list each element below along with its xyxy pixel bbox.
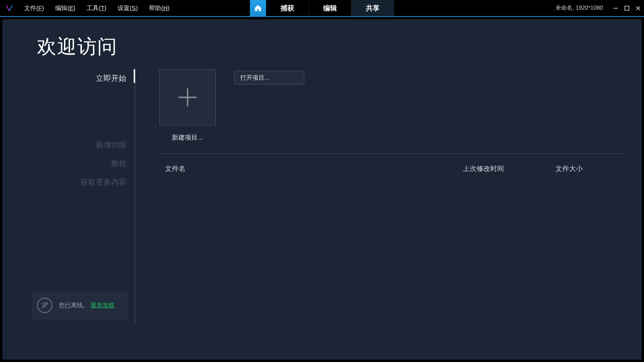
- offline-notice: 您已离线。 重新加载: [31, 291, 128, 319]
- minimize-button[interactable]: [613, 5, 618, 11]
- plus-icon: [177, 86, 198, 108]
- maximize-button[interactable]: [624, 5, 630, 11]
- wifi-off-icon: [40, 301, 49, 310]
- file-list-header: 文件名 上次修改时间 文件大小: [159, 164, 625, 173]
- recent-files: 文件名 上次修改时间 文件大小: [159, 153, 625, 173]
- menu-settings-post: ): [136, 4, 138, 11]
- app-logo: [0, 4, 19, 12]
- maximize-icon: [624, 6, 630, 11]
- menu-file-post: ): [42, 4, 44, 11]
- home-icon: [254, 4, 262, 12]
- welcome-heading: 欢迎访问: [37, 34, 642, 60]
- menu-help-hotkey: H: [163, 4, 167, 11]
- side-get-more[interactable]: 获取更多内容: [2, 173, 135, 191]
- doc-name: 未命名: [555, 4, 572, 11]
- start-row: 新建项目... 打开项目...: [159, 69, 625, 142]
- menu-settings-hotkey: S: [132, 4, 136, 11]
- menu-help-text: 帮助(: [149, 4, 163, 11]
- offline-reload-link[interactable]: 重新加载: [91, 302, 115, 309]
- file-list-separator: [159, 153, 625, 154]
- menu-edit-hotkey: E: [69, 4, 73, 11]
- tab-home[interactable]: [250, 0, 266, 16]
- tab-capture[interactable]: 捕获: [266, 0, 309, 16]
- tab-share[interactable]: 共享: [351, 0, 394, 16]
- content-area: 欢迎访问 立即开始 新增功能 教程 获取更多内容: [2, 19, 642, 360]
- side-nav: 立即开始 新增功能 教程 获取更多内容 您已离线。: [2, 69, 135, 360]
- welcome-body: 立即开始 新增功能 教程 获取更多内容 您已离线。: [2, 69, 642, 360]
- logo-icon: [5, 4, 13, 12]
- menu-tools-hotkey: T: [101, 4, 104, 11]
- close-icon: [636, 6, 641, 11]
- side-start-now[interactable]: 立即开始: [2, 69, 135, 88]
- side-tutorial[interactable]: 教程: [2, 154, 135, 173]
- svg-rect-1: [625, 6, 629, 10]
- side-divider: [134, 69, 135, 323]
- main-pane: 新建项目... 打开项目... 文件名 上次修改时间 文件大小: [135, 69, 642, 360]
- close-button[interactable]: [635, 5, 641, 11]
- titlebar-right: 未命名, 1920*1080: [555, 4, 644, 12]
- titlebar: 文件(F) 编辑(E) 工具(T) 设置(S) 帮助(H) 捕获 编辑 共享: [0, 0, 644, 17]
- col-size: 文件大小: [555, 164, 620, 173]
- menu-bar: 文件(F) 编辑(E) 工具(T) 设置(S) 帮助(H): [19, 2, 175, 14]
- offline-icon: [37, 298, 52, 313]
- menu-settings-text: 设置(: [118, 4, 132, 11]
- new-project-tile[interactable]: [159, 69, 216, 125]
- menu-help-post: ): [167, 4, 169, 11]
- menu-file[interactable]: 文件(F): [19, 2, 50, 14]
- menu-help[interactable]: 帮助(H): [143, 2, 175, 14]
- doc-resolution: 1920*1080: [576, 4, 603, 11]
- menu-tools-post: ): [104, 4, 106, 11]
- menu-file-text: 文件(: [24, 4, 38, 11]
- mode-tabs: 捕获 编辑 共享: [250, 0, 394, 16]
- menu-tools[interactable]: 工具(T): [81, 2, 112, 14]
- new-project-label: 新建项目...: [172, 134, 203, 142]
- doc-title: 未命名, 1920*1080: [555, 4, 603, 12]
- window-controls: [613, 5, 641, 11]
- menu-settings[interactable]: 设置(S): [112, 2, 143, 14]
- col-filename: 文件名: [165, 164, 463, 173]
- minimize-icon: [613, 6, 618, 11]
- side-new-features[interactable]: 新增功能: [2, 136, 135, 154]
- col-modified: 上次修改时间: [463, 164, 555, 173]
- menu-file-hotkey: F: [38, 4, 42, 11]
- offline-text: 您已离线。 重新加载: [59, 301, 115, 310]
- menu-edit-post: ): [73, 4, 75, 11]
- open-project-button[interactable]: 打开项目...: [234, 71, 304, 84]
- offline-msg: 您已离线。: [59, 302, 89, 309]
- menu-edit[interactable]: 编辑(E): [50, 2, 81, 14]
- new-project: 新建项目...: [159, 69, 216, 142]
- menu-tools-text: 工具(: [87, 4, 101, 11]
- app-window: 文件(F) 编辑(E) 工具(T) 设置(S) 帮助(H) 捕获 编辑 共享: [0, 0, 644, 362]
- tab-edit[interactable]: 编辑: [309, 0, 351, 16]
- menu-edit-text: 编辑(: [55, 4, 69, 11]
